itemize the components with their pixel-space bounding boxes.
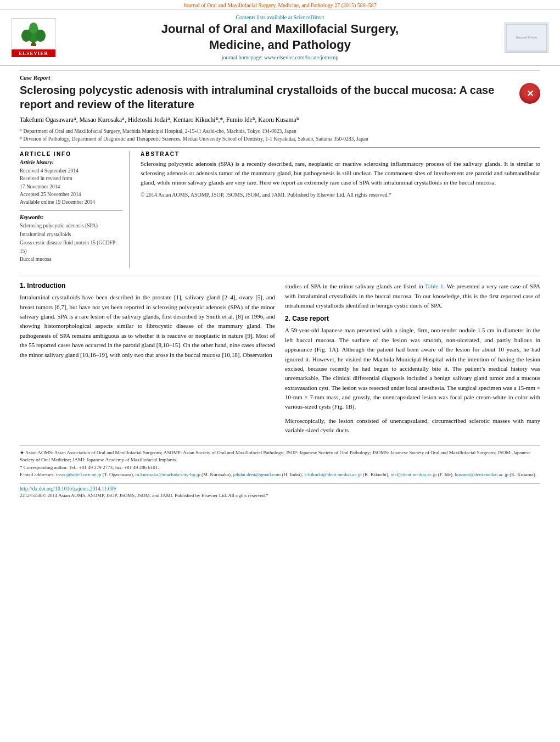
section1-heading: 1. Introduction [20,282,275,289]
svg-point-3 [36,30,46,42]
keywords-block: Keywords: Sclerosing polycystic adenosis… [20,214,122,264]
email1-link[interactable]: tosyo@sdleil.ocn.ne.jp [56,472,102,477]
section1-para2: studies of SPA in the minor salivary gla… [285,282,540,310]
body-section: 1. Introduction Intraluminal crystalloid… [20,276,540,439]
journal-citation: Journal of Oral and Maxillofacial Surger… [183,2,377,8]
abstract-copyright: © 2014 Asian AOMS, ASOMP, JSOP, JSOMS, J… [141,192,540,198]
abstract-heading: ABSTRACT [141,151,540,157]
email-footnote: E-mail addresses: tosyo@sdleil.ocn.ne.jp… [20,471,540,479]
homepage-url[interactable]: www.elsevier.com/locate/jomsmp [264,54,338,60]
article-type-label: Case Report [20,70,540,81]
article-title-row: Sclerosing polycystic adenosis with intr… [20,83,540,111]
article-info-column: ARTICLE INFO Article history: Received 4… [20,151,130,268]
affiliations-block: ᵃ Department of Oral and Maxillofacial S… [20,127,540,143]
elsevier-logo-block: ELSEVIER [9,18,58,57]
copyright-bottom: 2212-5558/© 2014 Asian AOMS, ASOMP, JSOP… [20,493,540,498]
corresponding-footnote: * Corresponding author. Tel.: +81 49 279… [20,464,540,472]
elsevier-label: ELSEVIER [12,49,55,57]
keywords-label: Keywords: [20,214,122,220]
top-journal-bar: Journal of Oral and Maxillofacial Surger… [0,0,560,10]
body-right-column: studies of SPA in the minor salivary gla… [285,282,540,439]
svg-point-4 [29,23,38,34]
body-left-column: 1. Introduction Intraluminal crystalloid… [20,282,275,439]
history-label: Article history: [20,159,122,165]
svg-point-2 [21,30,31,42]
bottom-bar: http://dx.doi.org/10.1016/j.ajoms.2014.1… [20,483,540,498]
email5-link[interactable]: idef@dent.meikai.ac.jp [390,472,436,477]
keyword-1: Sclerosing polycystic adenosis (SPA) [20,222,122,230]
table1-link[interactable]: Table 1 [425,283,443,289]
svg-text:Journal Cover: Journal Cover [516,35,537,40]
received-date: Received 4 September 2014 [20,167,122,175]
journal-title-block: Contents lists available at ScienceDirec… [58,14,502,60]
affiliation-a: ᵃ Department of Oral and Maxillofacial S… [20,127,540,135]
journal-thumbnail: Journal Cover [502,23,551,53]
section2-para2: Microscopically, the lesion consisted of… [285,416,540,436]
article-title: Sclerosing polycystic adenosis with intr… [20,83,513,111]
email4-link[interactable]: k-kikuchi@dent.meikai.ac.jp [304,472,362,477]
section2-heading: 2. Case report [285,315,540,322]
footnotes-area: ★ Asian AOMS: Asian Association of Oral … [20,445,540,479]
article-history-block: Article history: Received 4 September 20… [20,159,122,206]
available-online-date: Available online 19 December 2014 [20,198,122,206]
section1-para1: Intraluminal crystalloids have been desc… [20,293,275,360]
revised-date: 17 November 2014 [20,183,122,191]
keyword-2: Intraluminal crystalloids [20,231,122,239]
journal-cover-image: Journal Cover [505,23,548,53]
revised-label: Received in revised form [20,175,122,182]
sciencedirect-link[interactable]: ScienceDirect [293,14,324,20]
abstract-column: ABSTRACT Sclerosing polycystic adenosis … [141,151,540,268]
contents-available-line: Contents lists available at ScienceDirec… [64,14,496,20]
journal-title: Journal of Oral and Maxillofacial Surger… [64,21,496,53]
elsevier-tree-logo [12,18,55,48]
email6-link[interactable]: kusama@dent.meikai.ac.jp [455,472,508,477]
accepted-date: Accepted 25 November 2014 [20,191,122,198]
section2-para1: A 59-year-old Japanese man presented wit… [285,326,540,411]
article-body: Case Report Sclerosing polycystic adenos… [0,66,560,502]
star-footnote: ★ Asian AOMS: Asian Association of Oral … [20,449,540,464]
keyword-4: Buccal mucosa [20,255,122,264]
article-info-heading: ARTICLE INFO [20,151,122,157]
crossmark-badge[interactable]: ✕ [519,83,540,104]
svg-rect-5 [31,43,36,46]
abstract-text: Sclerosing polycystic adenosis (SPA) is … [141,159,540,187]
doi-line[interactable]: http://dx.doi.org/10.1016/j.ajoms.2014.1… [20,486,540,492]
journal-homepage: journal homepage: www.elsevier.com/locat… [64,54,496,60]
email2-link[interactable]: m.kurosaka@machida-city-hp.jp [136,472,200,477]
email3-link[interactable]: johdai.dent@gmail.com [233,472,281,477]
authors-line: Takefumi Ogasawaraᵃ, Masao Kurosakaᵃ, Hi… [20,115,540,125]
keyword-3: Gross cystic disease fluid protein 15 (G… [20,239,122,255]
affiliation-b: ᵇ Division of Pathology, Department of D… [20,135,540,143]
divider [20,210,122,211]
journal-header: ELSEVIER Contents lists available at Sci… [0,10,560,66]
info-abstract-section: ARTICLE INFO Article history: Received 4… [20,147,540,268]
